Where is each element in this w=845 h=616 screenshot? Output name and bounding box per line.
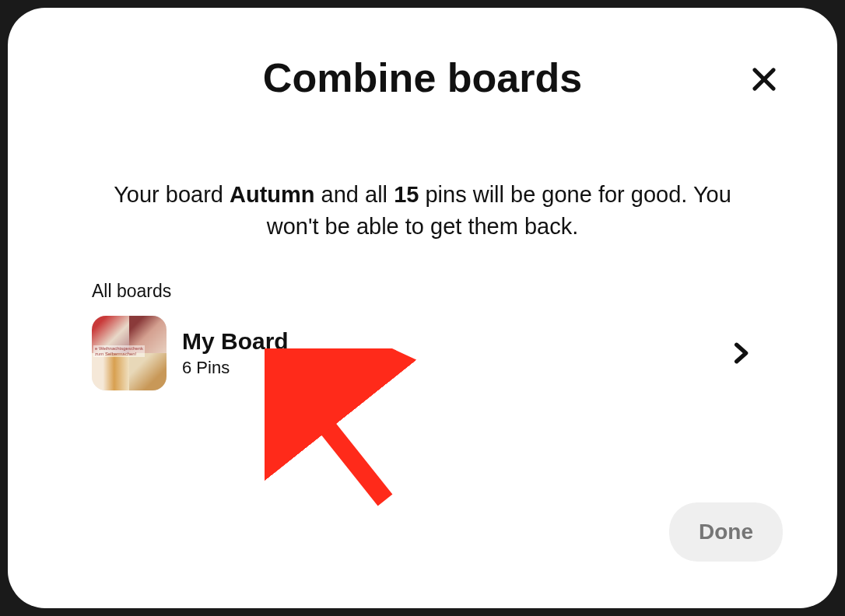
close-icon [750,65,778,93]
board-row[interactable]: e Weihnachtsgeschenkzum Selbermachen! My… [70,316,775,390]
modal-header: Combine boards [70,54,775,101]
board-name: My Board [182,328,728,355]
chevron-right-icon [728,341,753,366]
warning-message: Your board Autumn and all 15 pins will b… [86,179,759,242]
warning-prefix: Your board [114,182,230,207]
combine-boards-modal: Combine boards Your board Autumn and all… [8,8,837,608]
close-button[interactable] [745,61,783,98]
warning-middle: and all [315,182,394,207]
modal-title: Combine boards [263,54,582,101]
warning-pin-count: 15 [394,182,419,207]
svg-line-3 [294,386,385,500]
all-boards-label: All boards [92,281,775,302]
board-info: My Board 6 Pins [182,328,728,378]
board-thumbnail: e Weihnachtsgeschenkzum Selbermachen! [92,316,167,390]
board-pins-count: 6 Pins [182,358,728,378]
warning-board-name: Autumn [230,182,315,207]
done-button[interactable]: Done [669,502,783,562]
